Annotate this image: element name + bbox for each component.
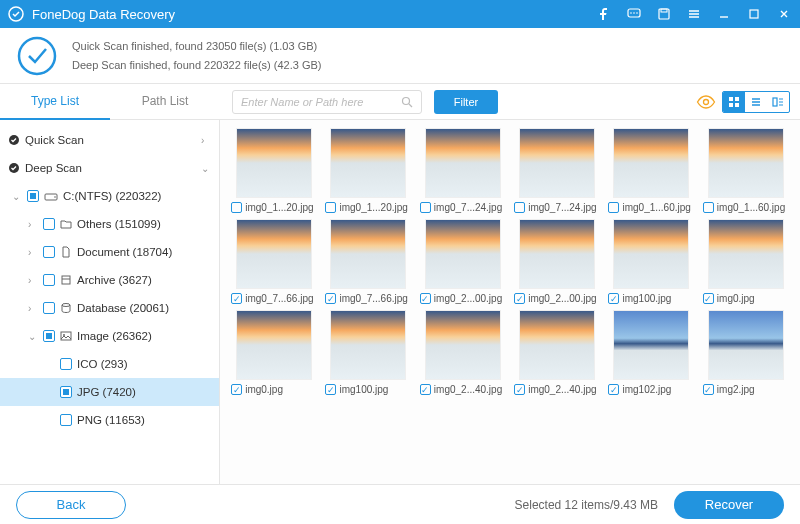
search-input[interactable]: Enter Name or Path here bbox=[232, 90, 422, 114]
thumbnail-image bbox=[330, 310, 406, 380]
feedback-icon[interactable] bbox=[626, 6, 642, 22]
view-detail-button[interactable] bbox=[767, 92, 789, 112]
svg-rect-12 bbox=[735, 97, 739, 101]
file-checkbox[interactable] bbox=[608, 293, 619, 304]
file-thumb[interactable]: img0_2...40.jpg bbox=[419, 310, 507, 395]
checkbox[interactable] bbox=[43, 330, 55, 342]
file-thumb[interactable]: img0.jpg bbox=[230, 310, 318, 395]
file-checkbox[interactable] bbox=[608, 384, 619, 395]
checkbox[interactable] bbox=[60, 414, 72, 426]
file-checkbox[interactable] bbox=[420, 293, 431, 304]
minimize-icon[interactable] bbox=[716, 6, 732, 22]
file-thumb[interactable]: img0_2...40.jpg bbox=[513, 310, 601, 395]
checkbox[interactable] bbox=[43, 246, 55, 258]
file-thumb[interactable]: img0_7...24.jpg bbox=[419, 128, 507, 213]
filter-button[interactable]: Filter bbox=[434, 90, 498, 114]
file-checkbox[interactable] bbox=[703, 293, 714, 304]
tree-quickscan[interactable]: Quick Scan› bbox=[0, 126, 219, 154]
drive-icon bbox=[44, 190, 58, 202]
preview-toggle-icon[interactable] bbox=[696, 95, 716, 109]
file-thumb[interactable]: img0_1...20.jpg bbox=[230, 128, 318, 213]
file-checkbox[interactable] bbox=[420, 202, 431, 213]
tree-image[interactable]: ⌄Image (26362) bbox=[0, 322, 219, 350]
file-thumb[interactable]: img100.jpg bbox=[607, 219, 695, 304]
tree-document[interactable]: ›Document (18704) bbox=[0, 238, 219, 266]
file-thumb[interactable]: img0.jpg bbox=[702, 219, 790, 304]
file-checkbox[interactable] bbox=[325, 202, 336, 213]
file-thumb[interactable]: img102.jpg bbox=[607, 310, 695, 395]
file-name: img0_1...60.jpg bbox=[717, 202, 785, 213]
file-checkbox[interactable] bbox=[325, 293, 336, 304]
folder-icon bbox=[60, 218, 72, 230]
thumbnail-image bbox=[708, 219, 784, 289]
file-checkbox[interactable] bbox=[325, 384, 336, 395]
checkbox[interactable] bbox=[43, 274, 55, 286]
file-thumb[interactable]: img0_1...60.jpg bbox=[607, 128, 695, 213]
file-checkbox[interactable] bbox=[608, 202, 619, 213]
recover-button[interactable]: Recover bbox=[674, 491, 784, 519]
view-grid-button[interactable] bbox=[723, 92, 745, 112]
file-name: img0_2...40.jpg bbox=[528, 384, 596, 395]
file-thumb[interactable]: img0_2...00.jpg bbox=[513, 219, 601, 304]
file-thumb[interactable]: img0_7...66.jpg bbox=[230, 219, 318, 304]
search-icon bbox=[401, 96, 413, 108]
facebook-icon[interactable] bbox=[596, 6, 612, 22]
file-checkbox[interactable] bbox=[703, 202, 714, 213]
file-thumb[interactable]: img0_7...66.jpg bbox=[324, 219, 412, 304]
file-checkbox[interactable] bbox=[514, 384, 525, 395]
file-checkbox[interactable] bbox=[231, 293, 242, 304]
tree-jpg[interactable]: JPG (7420) bbox=[0, 378, 219, 406]
checkbox[interactable] bbox=[60, 386, 72, 398]
svg-point-8 bbox=[19, 38, 55, 74]
tree-database[interactable]: ›Database (20061) bbox=[0, 294, 219, 322]
tree-others[interactable]: ›Others (151099) bbox=[0, 210, 219, 238]
file-thumb[interactable]: img0_1...20.jpg bbox=[324, 128, 412, 213]
back-button[interactable]: Back bbox=[16, 491, 126, 519]
titlebar: FoneDog Data Recovery bbox=[0, 0, 800, 28]
file-thumb[interactable]: img0_1...60.jpg bbox=[702, 128, 790, 213]
tree-ico[interactable]: ICO (293) bbox=[0, 350, 219, 378]
file-checkbox[interactable] bbox=[514, 202, 525, 213]
menu-icon[interactable] bbox=[686, 6, 702, 22]
tab-path-list[interactable]: Path List bbox=[110, 84, 220, 120]
file-name: img2.jpg bbox=[717, 384, 755, 395]
view-list-button[interactable] bbox=[745, 92, 767, 112]
file-checkbox[interactable] bbox=[231, 384, 242, 395]
svg-point-10 bbox=[704, 99, 709, 104]
save-icon[interactable] bbox=[656, 6, 672, 22]
titlebar-controls bbox=[596, 6, 792, 22]
deep-scan-status: Deep Scan finished, found 220322 file(s)… bbox=[72, 56, 321, 75]
checkbox[interactable] bbox=[60, 358, 72, 370]
scan-complete-icon bbox=[16, 35, 58, 77]
file-name: img0_2...00.jpg bbox=[434, 293, 502, 304]
tree-archive[interactable]: ›Archive (3627) bbox=[0, 266, 219, 294]
file-thumb[interactable]: img0_7...24.jpg bbox=[513, 128, 601, 213]
tab-type-list[interactable]: Type List bbox=[0, 84, 110, 120]
file-thumb[interactable]: img2.jpg bbox=[702, 310, 790, 395]
chevron-down-icon: ⌄ bbox=[201, 163, 211, 174]
file-checkbox[interactable] bbox=[514, 293, 525, 304]
tree-deepscan[interactable]: Deep Scan⌄ bbox=[0, 154, 219, 182]
file-name: img0_1...20.jpg bbox=[245, 202, 313, 213]
file-thumb[interactable]: img0_2...00.jpg bbox=[419, 219, 507, 304]
svg-point-4 bbox=[636, 12, 638, 14]
tree-png[interactable]: PNG (11653) bbox=[0, 406, 219, 434]
search-placeholder: Enter Name or Path here bbox=[241, 96, 401, 108]
app-logo-icon bbox=[8, 6, 24, 22]
file-name: img0_7...24.jpg bbox=[434, 202, 502, 213]
checkbox[interactable] bbox=[43, 302, 55, 314]
checkbox[interactable] bbox=[43, 218, 55, 230]
document-icon bbox=[60, 246, 72, 258]
tree-drive[interactable]: ⌄C:(NTFS) (220322) bbox=[0, 182, 219, 210]
svg-rect-20 bbox=[62, 276, 70, 284]
file-name: img0_2...40.jpg bbox=[434, 384, 502, 395]
checkbox[interactable] bbox=[27, 190, 39, 202]
database-icon bbox=[60, 302, 72, 314]
close-icon[interactable] bbox=[776, 6, 792, 22]
thumbnail-image bbox=[425, 128, 501, 198]
maximize-icon[interactable] bbox=[746, 6, 762, 22]
file-thumb[interactable]: img100.jpg bbox=[324, 310, 412, 395]
file-checkbox[interactable] bbox=[231, 202, 242, 213]
file-checkbox[interactable] bbox=[703, 384, 714, 395]
file-checkbox[interactable] bbox=[420, 384, 431, 395]
